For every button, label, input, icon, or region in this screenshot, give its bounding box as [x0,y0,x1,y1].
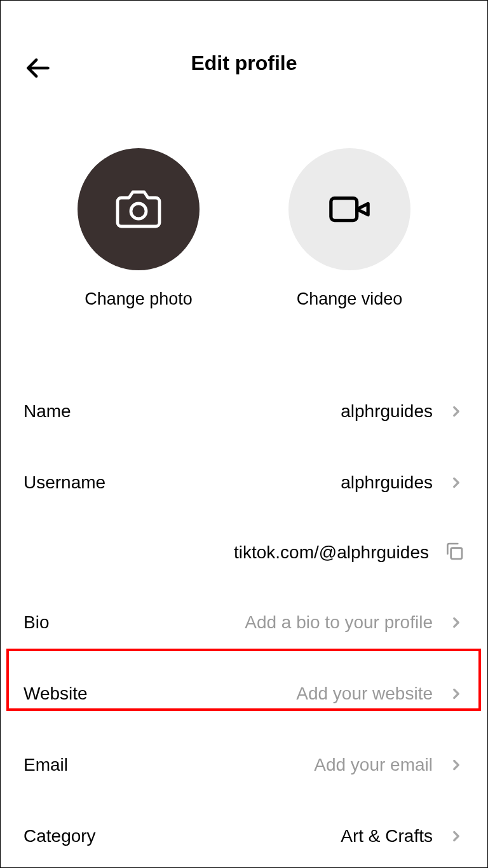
copy-icon [444,541,464,561]
change-video-label: Change video [297,289,403,309]
field-placeholder: Add a bio to your profile [245,612,433,633]
chevron-right-icon [448,403,464,420]
field-placeholder: Add your website [296,684,433,704]
field-name[interactable]: Name alphrguides [24,376,464,447]
svg-point-1 [131,203,146,219]
video-circle [288,148,410,270]
field-value-wrap: Add your website [296,684,464,704]
field-value-wrap: Art & Crafts [341,826,464,846]
field-value: alphrguides [341,472,433,493]
field-label: Website [24,684,88,704]
field-label: Username [24,472,105,493]
field-email[interactable]: Email Add your email [24,729,464,801]
field-placeholder: Add your email [314,755,433,775]
back-button[interactable] [24,54,51,85]
change-photo-label: Change photo [85,289,193,309]
chevron-right-icon [448,828,464,844]
page-title: Edit profile [24,52,464,75]
change-video-button[interactable]: Change video [288,148,410,309]
copy-button[interactable] [444,541,464,564]
field-value-wrap: Add a bio to your profile [245,612,464,633]
chevron-right-icon [448,757,464,773]
field-category[interactable]: Category Art & Crafts [24,801,464,868]
field-label: Email [24,755,68,775]
field-label: Bio [24,612,49,633]
field-value-wrap: alphrguides [341,472,464,493]
chevron-right-icon [448,685,464,702]
media-section: Change photo Change video [1,148,487,309]
field-value: alphrguides [341,401,433,422]
change-photo-button[interactable]: Change photo [78,148,200,309]
svg-rect-4 [451,548,462,559]
svg-rect-2 [331,198,357,221]
fields-list: Name alphrguides Username alphrguides ti… [1,376,487,868]
video-icon [327,187,372,231]
profile-url: tiktok.com/@alphrguides [234,542,429,563]
field-website[interactable]: Website Add your website [24,658,464,729]
photo-circle [78,148,200,270]
chevron-right-icon [448,474,464,491]
chevron-right-icon [448,614,464,631]
field-value: Art & Crafts [341,826,433,846]
field-bio[interactable]: Bio Add a bio to your profile [24,587,464,658]
field-label: Name [24,401,71,422]
field-username[interactable]: Username alphrguides [24,447,464,518]
field-value-wrap: Add your email [314,755,464,775]
svg-marker-3 [357,203,369,215]
field-label: Category [24,826,96,846]
arrow-left-icon [24,54,51,82]
field-value-wrap: alphrguides [341,401,464,422]
header: Edit profile [1,1,487,88]
profile-url-row: tiktok.com/@alphrguides [24,518,464,587]
camera-icon [116,186,161,232]
